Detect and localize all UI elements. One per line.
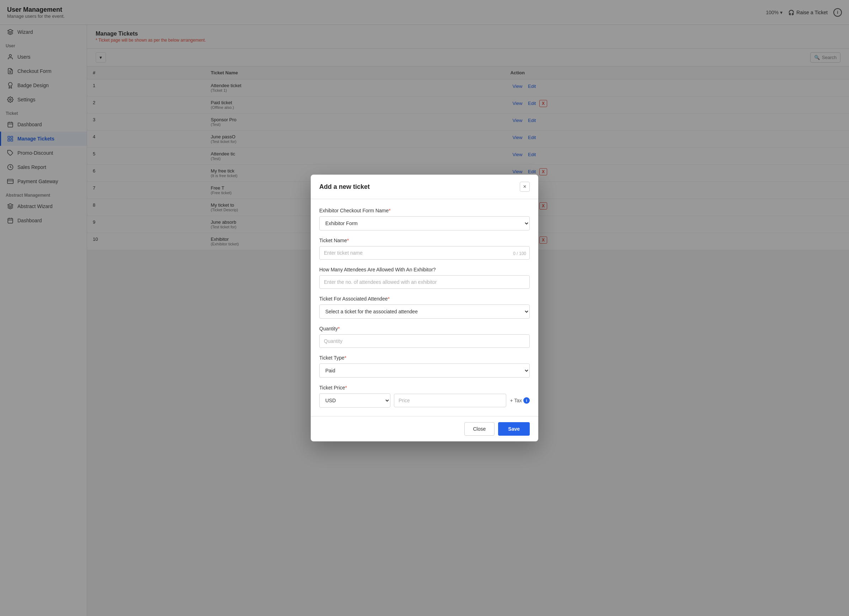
associated-ticket-select[interactable]: Select a ticket for the associated atten… [319,304,530,319]
modal-close-button[interactable]: × [520,182,530,192]
tax-label: + Tax i [510,397,530,404]
ticket-name-label: Ticket Name* [319,237,530,243]
ticket-name-wrapper: 0 / 100 [319,246,530,260]
checkout-form-select[interactable]: Exhibitor Form Standard Form VIP Form [319,216,530,230]
tax-info-button[interactable]: i [523,397,530,404]
quantity-label: Quantity* [319,326,530,331]
modal-title: Add a new ticket [319,183,370,191]
checkout-form-group: Exhibitor Checkout Form Name* Exhibitor … [319,208,530,230]
attendees-label: How Many Attendees Are Allowed With An E… [319,267,530,273]
quantity-input[interactable] [319,334,530,348]
price-row: USD EUR GBP INR + Tax i [319,393,530,407]
char-count: 0 / 100 [513,251,526,256]
quantity-group: Quantity* [319,326,530,348]
ticket-price-label: Ticket Price* [319,385,530,391]
ticket-type-label: Ticket Type* [319,355,530,361]
close-button[interactable]: Close [464,422,495,436]
modal-header: Add a new ticket × [311,175,538,199]
price-input[interactable] [394,394,506,407]
checkout-form-label: Exhibitor Checkout Form Name* [319,208,530,213]
save-button[interactable]: Save [498,422,530,436]
associated-ticket-label: Ticket For Associated Attendee* [319,296,530,301]
attendees-input[interactable] [319,275,530,289]
modal-footer: Close Save [311,416,538,441]
ticket-type-select[interactable]: Paid Free Donation [319,364,530,378]
ticket-price-group: Ticket Price* USD EUR GBP INR + Tax i [319,385,530,407]
ticket-type-group: Ticket Type* Paid Free Donation [319,355,530,378]
modal-overlay[interactable]: Add a new ticket × Exhibitor Checkout Fo… [0,0,849,616]
ticket-name-group: Ticket Name* 0 / 100 [319,237,530,260]
modal-body: Exhibitor Checkout Form Name* Exhibitor … [311,199,538,416]
add-ticket-modal: Add a new ticket × Exhibitor Checkout Fo… [311,175,538,441]
ticket-name-input[interactable] [319,246,530,260]
associated-ticket-group: Ticket For Associated Attendee* Select a… [319,296,530,319]
attendees-group: How Many Attendees Are Allowed With An E… [319,267,530,289]
currency-select[interactable]: USD EUR GBP INR [319,393,390,407]
